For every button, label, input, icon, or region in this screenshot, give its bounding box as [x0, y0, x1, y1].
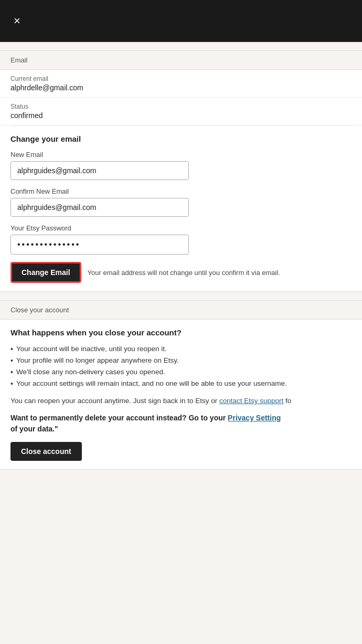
close-account-button[interactable]: Close account	[10, 442, 82, 461]
password-label: Your Etsy Password	[10, 224, 352, 232]
privacy-settings-link[interactable]: Privacy Setting	[228, 414, 281, 422]
close-account-header: Close your account	[0, 301, 362, 320]
delete-before: Want to permanently delete your account …	[10, 414, 228, 422]
bullet-text: We'll close any non-delivery cases you o…	[16, 368, 165, 376]
password-input[interactable]	[10, 235, 189, 255]
top-bar: ×	[0, 0, 362, 42]
bullet-text: Your profile will no longer appear anywh…	[16, 356, 179, 365]
close-account-title: What happens when you close your account…	[10, 328, 352, 337]
status-value: confirmed	[10, 111, 352, 120]
close-button[interactable]: ×	[10, 12, 24, 30]
reopen-before: You can reopen your account anytime. Jus…	[10, 397, 219, 405]
current-email-label: Current email	[10, 75, 352, 82]
current-email-row: Current email alphrdelle@gmail.com	[0, 70, 362, 98]
close-account-bullets: Your account will be inactive, until you…	[10, 343, 352, 389]
new-email-input[interactable]	[10, 161, 189, 180]
bullet-item: Your account will be inactive, until you…	[10, 343, 352, 355]
contact-etsy-link[interactable]: contact Etsy support	[219, 397, 283, 405]
bullet-text: Your account settings will remain intact…	[16, 379, 287, 388]
close-account-card: Close your account What happens when you…	[0, 300, 362, 470]
reopen-text: You can reopen your account anytime. Jus…	[10, 396, 352, 406]
password-group: Your Etsy Password	[0, 224, 362, 255]
change-email-title: Change your email	[0, 126, 362, 143]
current-email-value: alphrdelle@gmail.com	[10, 83, 352, 92]
change-email-note: Your email address will not change until…	[88, 269, 352, 277]
new-email-label: New Email	[10, 151, 352, 159]
confirm-email-input[interactable]	[10, 198, 189, 217]
reopen-after: fo	[283, 397, 291, 405]
close-account-body: What happens when you close your account…	[0, 320, 362, 469]
new-email-group: New Email	[0, 151, 362, 180]
bullet-item: Your profile will no longer appear anywh…	[10, 355, 352, 366]
page-content: Email Current email alphrdelle@gmail.com…	[0, 42, 362, 644]
email-card: Email Current email alphrdelle@gmail.com…	[0, 50, 362, 292]
bullet-item: We'll close any non-delivery cases you o…	[10, 366, 352, 378]
email-card-header: Email	[0, 51, 362, 70]
change-email-btn-row: Change Email Your email address will not…	[0, 262, 362, 291]
delete-after: of your data."	[10, 425, 58, 433]
bullet-text: Your account will be inactive, until you…	[16, 345, 167, 353]
delete-text: Want to permanently delete your account …	[10, 413, 352, 435]
status-label: Status	[10, 103, 352, 110]
bullet-item: Your account settings will remain intact…	[10, 378, 352, 389]
status-row: Status confirmed	[0, 98, 362, 125]
change-email-button[interactable]: Change Email	[10, 262, 81, 283]
confirm-email-label: Confirm New Email	[10, 187, 352, 195]
confirm-email-group: Confirm New Email	[0, 187, 362, 217]
